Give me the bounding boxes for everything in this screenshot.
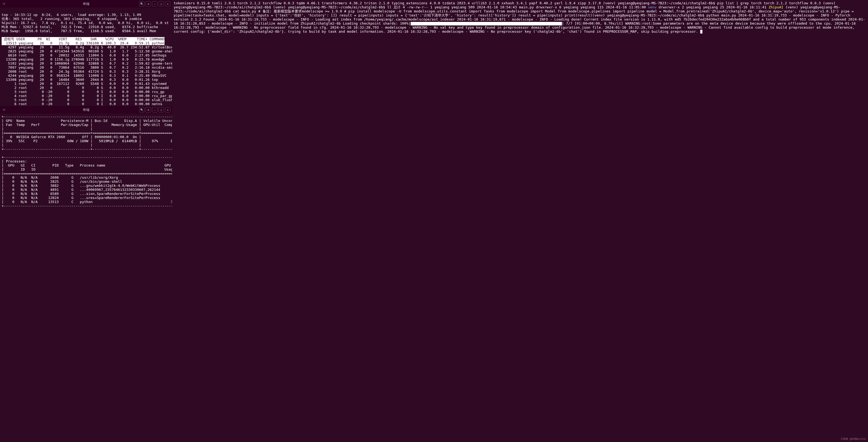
pip-row: tzdata 2023.4 xyxy=(442,1,470,5)
nvsmi-line: +---------------------------------------… xyxy=(2,155,172,159)
code-line: from modelscope import Model xyxy=(496,9,555,13)
nvsmi-line: | 0 NVIDIA GeForce RTX 2060 Off | 000000… xyxy=(2,135,172,139)
pip-row: yapf 0.40.2 xyxy=(529,1,552,5)
pip-row: tomli 2.0.1 xyxy=(212,1,235,5)
code-line: from modelscope.pipelines import pipelin… xyxy=(558,9,644,13)
code-line: result = pipe(inputs) xyxy=(518,13,562,17)
top-row: 3 root 0 -20 0 0 0 I 0.0 0.0 0:00.00 rcu… xyxy=(2,90,164,94)
maximize-button[interactable]: ▢ xyxy=(159,1,164,6)
top-header: 进程号 USER PR NI VIRT RES SHR %CPU %MEM TI… xyxy=(2,37,164,41)
nvsmi-line: | Processes: | xyxy=(2,159,172,163)
top-row: 13513 yeqiang 20 0 21.7g 9.2g 336108 R 1… xyxy=(2,41,164,45)
top-row: 4244 yeqiang 20 0 958324 18892 11008 S 0… xyxy=(2,73,166,78)
nvsmi-line: | | | N/A | xyxy=(2,143,172,147)
code-line: inputs = {'text':'你好', 'history': []} xyxy=(256,13,337,17)
top-row: 4 root 0 -20 0 0 0 I 0.0 0.0 0:00.00 rcu… xyxy=(2,94,172,98)
log-line: WARNING:root:Some parameters are on the … xyxy=(625,21,832,25)
pip-row: torchflow 0.0.3 xyxy=(789,1,821,5)
top-row: 7097 yeqiang 20 0 73864 67516 3800 S 0.7… xyxy=(2,65,172,69)
log-line: 2024-01-16 16:32:28,793 - modelscope - W… xyxy=(330,25,603,29)
pip-row: tqdm 4.66.1 xyxy=(297,1,319,5)
nvsmi-line: | 0 N/A N/A 3882 G ...gnu/webkit2gtk-4.0… xyxy=(2,183,172,187)
nvsmi-line: |=======================================… xyxy=(2,171,172,175)
nvsmi-line: | 0 N/A N/A 2825 G /usr/bin/gnome-shell … xyxy=(2,179,172,183)
run-cmd: (venv) yeqiang@yeqiang-MS-7B23:~/code/ai… xyxy=(592,13,736,17)
code-line: model = Model.from_pretrained('ZhipuAI/c… xyxy=(647,9,839,13)
search-icon[interactable]: 🔍 xyxy=(139,107,145,113)
top-row: 6 root 0 -20 0 0 0 I 0.0 0.0 0:00.00 net… xyxy=(2,102,162,106)
nvsmi-line: | 39% 55C P2 60W / 160W | 5019MiB / 6144… xyxy=(2,139,172,143)
top-row: 1 root 20 0 167112 9260 5548 S 0.0 0.0 0… xyxy=(2,82,166,86)
pip-row: typing_extensions 4.9.0 xyxy=(392,1,440,5)
maximize-button[interactable]: ▢ xyxy=(159,107,164,113)
code-line: print(result) xyxy=(565,13,592,17)
nvsmi-line: | Fan Temp Perf Pwr:Usage/Cap | Memory-U… xyxy=(2,123,172,127)
minimize-button[interactable]: — xyxy=(152,1,157,6)
top-row: 2 root 20 0 0 0 0 S 0.0 0.0 0:00.00 kthr… xyxy=(2,86,168,90)
nvsmi-line: +---------------------------------------… xyxy=(2,115,172,119)
nvsmi-line: | 0 N/A N/A 12824 G ...ures=SpareRendere… xyxy=(2,196,172,200)
pip-row: xxhash 3.4.1 xyxy=(501,1,527,5)
log-line: 2024-01-16 16:31:19,871 - modelscope - I… xyxy=(457,17,846,21)
pip-row: yarl 1.9.4 xyxy=(554,1,576,5)
ll-row: -rw-rw-r-- 1 yeqiang yeqiang 509 2024-01… xyxy=(407,5,534,9)
top-pane[interactable]: top - 16:33:12 up 8:24, 4 users, load av… xyxy=(0,7,172,106)
titlebar-top: ❐ 终端 🔍 ≡ — ▢ ✕ xyxy=(0,0,172,7)
top-mem: MiB Mem : 32027.6 total, 742.5 free, 229… xyxy=(2,25,158,29)
pip-row: zipp 3.17.0 xyxy=(578,1,601,5)
watermark: CSDN @hkNaruto xyxy=(841,437,866,441)
nvsmi-line: | 0 N/A N/A 13513 C python 3976MiB | xyxy=(2,200,172,204)
top-cpu: %Cpu(s): 16.7 us, 7.8 sy, 0.1 ni, 75.4 i… xyxy=(2,21,168,25)
ll-row: drwxrwxr-x 6 yeqiang yeqiang 115 2024-01… xyxy=(536,5,656,9)
close-button[interactable]: ✕ xyxy=(165,107,170,113)
progress-tail: | 7/7 [01:00<00:00, 8.70s/it] xyxy=(562,21,623,25)
nvsmi-line: +---------------------------------------… xyxy=(2,147,172,151)
top-swap: MiB Swap: 1956.0 total, 787.5 free, 1168… xyxy=(2,29,156,33)
ll-cmd: (venv) yeqiang@yeqiang-MS-7B23:~/code/ai… xyxy=(273,5,392,9)
nvsmi-line: | 0 N/A N/A 4891 G ...40069967,235764613… xyxy=(2,187,172,192)
progress-bar xyxy=(411,22,562,25)
pip-row: transformers 4.36.2 xyxy=(322,1,362,5)
file-name: ZhipuAI xyxy=(769,5,783,9)
search-icon[interactable]: 🔍 xyxy=(139,1,145,6)
close-button[interactable]: ✕ xyxy=(165,1,170,6)
nvsmi-line: | | | MIG M. | xyxy=(2,127,172,131)
top-tasks: 任务: 365 total, 2 running, 363 sleeping, … xyxy=(2,17,142,21)
log-line: 2024-01-16 16:32:28,793 - modelscope - W… xyxy=(388,29,699,33)
top-row: 8610 root 20 0 20032 14332 11004 S 0.0 0… xyxy=(2,53,166,57)
terminal-icon: ❐ xyxy=(0,2,7,6)
top-row: 5 root 0 -20 0 0 0 I 0.0 0.0 0:00.00 slu… xyxy=(2,98,172,102)
nvidia-smi-pane[interactable]: +---------------------------------------… xyxy=(0,114,172,442)
nvsmi-line: | GPU GI CI PID Type Process name GPU Me… xyxy=(2,163,172,167)
pip-row: triton 2.1.0 xyxy=(364,1,389,5)
top-row: 13308 yeqiang 20 0 16484 3840 2944 R 0.3… xyxy=(2,78,158,82)
ll-total: 总计 4 xyxy=(394,5,405,9)
nvsmi-line: +---------------------------------------… xyxy=(2,204,172,208)
pip-grep-cmd: (venv) yeqiang@yeqiang-MS-7B23:~/code/ai… xyxy=(603,1,762,5)
top-row: 4297 yeqiang 20 0 11.5g 8.4g 8.2g S 40.0… xyxy=(2,45,172,49)
nvsmi-line: | 0 N/A N/A 2608 G /usr/lib/xorg/Xorg 61… xyxy=(2,175,172,179)
top-row: 2825 yeqiang 20 0 4714344 543916 90100 S… xyxy=(2,49,172,53)
code-line: result = pipe(inputs) xyxy=(339,13,383,17)
nvsmi-line: | GPU Name Persistence-M | Bus-Id Disp.A… xyxy=(2,119,172,123)
menu-icon[interactable]: ≡ xyxy=(146,1,151,6)
top-summary: top - 16:33:12 up 8:24, 4 users, load av… xyxy=(2,13,141,17)
menu-icon[interactable]: ≡ xyxy=(146,107,151,113)
pip-row: torch 2.1.2 xyxy=(764,1,787,5)
file-name: venv xyxy=(648,5,656,9)
progress-label: Loading checkpoint shards: 100%| xyxy=(343,21,410,25)
titlebar-bottom: ❐ 终端 🔍 ≡ — ▢ ✕ xyxy=(0,106,172,114)
file-name: main.py xyxy=(519,5,534,9)
top-row: 5102 yeqiang 20 0 1008964 62948 32868 S … xyxy=(2,61,172,65)
minimize-button[interactable]: — xyxy=(152,107,157,113)
pip-row: urllib3 2.1.0 xyxy=(472,1,499,5)
comment-line: # pip install modelscope -U xyxy=(344,9,401,13)
ll-row: drwxrwxr-x 2 yeqiang yeqiang 25 2024-01-… xyxy=(659,5,783,9)
terminal-icon: ❐ xyxy=(0,108,7,112)
cursor xyxy=(700,30,703,33)
nvsmi-line: | 0 N/A N/A 6589 G ...sion,SpareRenderer… xyxy=(2,192,172,196)
right-terminal[interactable]: tokenizers 0.15.0 tomli 2.0.1 torch 2.1.… xyxy=(172,0,868,442)
code-line: from modelscope.utils.constant import Ta… xyxy=(403,9,494,13)
comment-line: # 备注: 最新模型版本要求modelscope >= 1.9.0 xyxy=(258,9,342,13)
pip-row: tokenizers 0.15.0 xyxy=(174,1,210,5)
